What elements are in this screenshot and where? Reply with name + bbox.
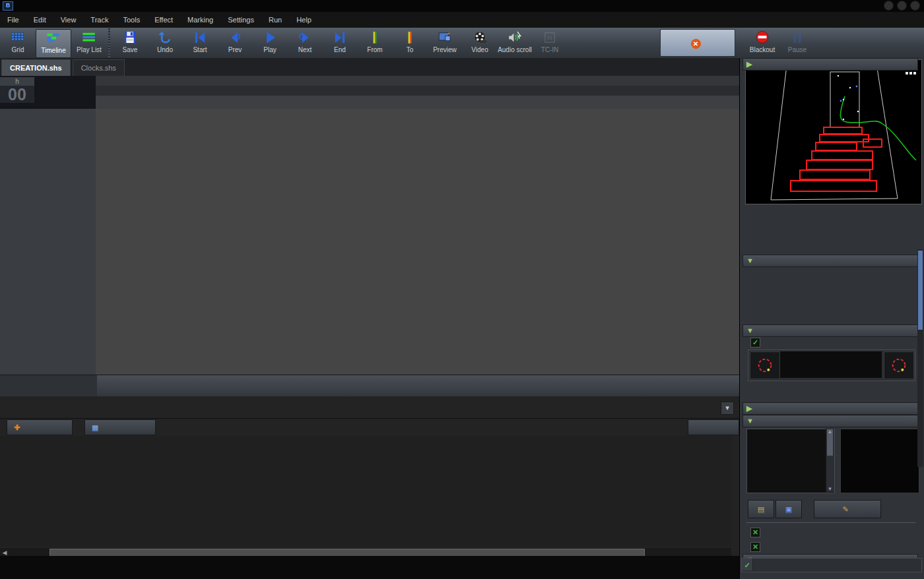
frame-range-start-thumb[interactable] [750, 351, 780, 379]
panel-dropdown-button[interactable]: ▾ [721, 402, 734, 415]
stop-output-button[interactable]: ✕ [660, 29, 735, 57]
video-icon [463, 30, 497, 46]
app-icon: B [3, 1, 13, 11]
rate-edit-button[interactable]: ✎ [814, 500, 881, 518]
playlist-icon [72, 30, 106, 46]
save-button[interactable]: Save [113, 29, 147, 57]
rate-save-button[interactable]: ▣ [776, 500, 802, 518]
menu-file[interactable]: File [0, 12, 26, 28]
audio-scroll-button[interactable]: Audio scroll [498, 29, 532, 57]
collapse-arrow-icon: ▶ [746, 60, 752, 68]
time-display: h00 [0, 76, 96, 109]
preview-button[interactable]: Preview [428, 29, 462, 57]
start-button[interactable]: Start [183, 29, 217, 57]
tc-in-button[interactable]: 01TC-IN [533, 29, 567, 57]
undo-button[interactable]: Undo [148, 29, 182, 57]
notes-icon: ▤ [758, 505, 764, 513]
section-band [96, 76, 739, 86]
toolbar-separator [108, 28, 110, 57]
document-tab-clocks-shs[interactable]: Clocks.shs [73, 59, 125, 76]
rate-of-change-list[interactable] [746, 429, 835, 493]
grid-icon [1, 30, 35, 46]
frame-range-box [748, 350, 915, 381]
prev-icon [218, 30, 252, 46]
title-bar: B [0, 0, 924, 12]
menu-tools[interactable]: Tools [116, 12, 147, 28]
undo-icon [148, 30, 182, 46]
window-maximize-button[interactable] [897, 1, 907, 11]
save-icon: ▣ [785, 505, 792, 513]
laser-preview[interactable] [745, 59, 922, 204]
right-panel-scrollbar[interactable] [917, 249, 923, 467]
x-axis-only-checkbox[interactable]: ✕ [750, 542, 760, 552]
rate-list-scrollbar[interactable]: ▲ ▼ [826, 429, 834, 492]
timeline-button[interactable]: Timeline [36, 29, 71, 58]
menu-settings[interactable]: Settings [220, 12, 261, 28]
menu-edit[interactable]: Edit [26, 12, 53, 28]
timeline-mini-scrollbar[interactable] [96, 86, 739, 96]
section-event-properties[interactable]: ▶ [742, 58, 918, 71]
cue-actions-row: ✚ ▦ [0, 419, 739, 436]
add-button[interactable]: ✚ [7, 419, 73, 435]
app-window: B FileEditViewTrackToolsEffectMarkingSet… [0, 0, 924, 579]
window-minimize-button[interactable] [884, 1, 894, 11]
frame-list-icon: ▦ [92, 423, 98, 431]
stop-output-icon: ✕ [691, 39, 701, 49]
right-panel-scroll-thumb[interactable] [918, 251, 923, 330]
collapse-arrow-icon: ▶ [746, 404, 752, 412]
document-tab-creation-shs[interactable]: CREATION.shs [1, 59, 71, 76]
prev-button[interactable]: Prev [218, 29, 252, 57]
section-rate-of-change[interactable]: ▼ [742, 415, 918, 427]
timeline-ruler[interactable] [96, 96, 739, 109]
section-frames[interactable]: ▼ [742, 324, 918, 337]
section-event-start-duration[interactable]: ▼ [742, 255, 918, 267]
add-icon: ✚ [14, 423, 20, 431]
undock-button[interactable] [688, 419, 739, 435]
scroll-up-arrow[interactable]: ▲ [826, 429, 834, 435]
play-icon [253, 30, 287, 46]
rate-load-button[interactable]: ▤ [748, 500, 774, 518]
menu-track[interactable]: Track [83, 12, 116, 28]
rate-of-change-body: ▲ ▼ [740, 429, 924, 495]
blackout-button[interactable]: Blackout [745, 29, 779, 57]
display-frame-range-checkbox[interactable]: ✓ [750, 338, 760, 348]
end-button[interactable]: End [323, 29, 357, 57]
play-list-button[interactable]: Play List [72, 29, 106, 57]
grid-button[interactable]: Grid [1, 29, 35, 57]
document-tabs: CREATION.shsClocks.shs [0, 58, 739, 76]
projector-ok-icon: ✓ [742, 559, 753, 570]
smooth-change-checkbox[interactable]: ✕ [750, 528, 760, 537]
play-button[interactable]: Play [253, 29, 287, 57]
timeline-icon [36, 30, 71, 46]
menu-view[interactable]: View [53, 12, 84, 28]
time-value-h: 00 [0, 86, 34, 103]
next-button[interactable]: Next [288, 29, 322, 57]
pause-button[interactable]: Pause [780, 29, 814, 57]
right-panel: ▶ ▼ ▼ ✓ ▶ ▼ ▲ ▼ ▤ ▣ ✎ [739, 58, 924, 579]
window-close-button[interactable] [910, 1, 920, 11]
menu-run[interactable]: Run [261, 12, 289, 28]
timeline-content [96, 109, 739, 375]
menu-marking[interactable]: Marking [180, 12, 220, 28]
to-button[interactable]: To [393, 29, 427, 57]
expand-arrow-icon: ▼ [746, 326, 754, 334]
video-button[interactable]: Video [463, 29, 497, 57]
edit-icon: ✎ [842, 505, 848, 513]
footer-spacer [0, 375, 97, 396]
blackout-icon [745, 30, 779, 46]
rate-curve-graph [840, 429, 919, 493]
divider [746, 522, 915, 523]
audioscroll-icon [498, 30, 532, 46]
svg-text:01: 01 [547, 35, 552, 41]
section-playback[interactable]: ▶ [742, 402, 918, 415]
next-icon [288, 30, 322, 46]
menu-effect[interactable]: Effect [147, 12, 180, 28]
from-button[interactable]: From [358, 29, 392, 57]
projector-status-bar: ✓ [741, 558, 922, 572]
to-icon [393, 30, 427, 46]
frame-range-end-thumb[interactable] [884, 351, 914, 379]
frame-list-button[interactable]: ▦ [84, 419, 156, 435]
scroll-down-arrow[interactable]: ▼ [826, 486, 834, 492]
menu-help[interactable]: Help [289, 12, 319, 28]
end-icon [323, 30, 357, 46]
